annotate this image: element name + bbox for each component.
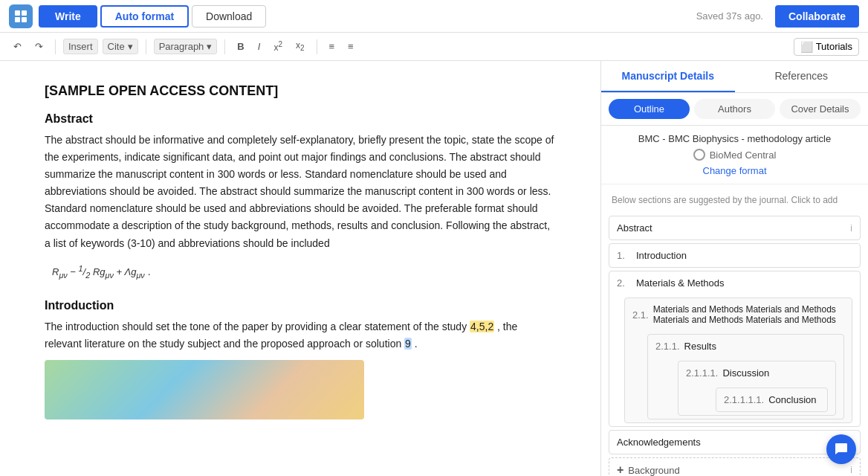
cite-chevron: ▾ bbox=[128, 41, 133, 52]
section-results[interactable]: 2.1.1. Results 2.1.1.1. Discussion bbox=[647, 334, 844, 419]
formula-period: . bbox=[148, 266, 151, 277]
collaborate-button[interactable]: Collaborate bbox=[775, 5, 859, 28]
section-materials-sub-header: 2.1. Materials and Methods Materials and… bbox=[625, 298, 852, 331]
chat-bubble-button[interactable] bbox=[826, 434, 856, 464]
biomed-logo: BioMed Central bbox=[612, 149, 858, 161]
svg-rect-2 bbox=[15, 17, 20, 22]
subtab-authors[interactable]: Authors bbox=[694, 99, 775, 119]
write-autoformat-buttons: Write Auto format Download bbox=[39, 5, 266, 28]
intro-text: The introduction should set the tone of … bbox=[45, 318, 556, 353]
saved-status: Saved 37s ago. bbox=[696, 10, 763, 22]
paragraph-button[interactable]: Paragraph ▾ bbox=[154, 39, 218, 54]
separator-4 bbox=[317, 39, 317, 54]
main-layout: [SAMPLE OPEN ACCESS CONTENT] Abstract Th… bbox=[0, 61, 868, 476]
tutorials-button[interactable]: ⬜ Tutorials bbox=[794, 38, 859, 56]
panel-tabs: Manuscript Details References bbox=[601, 61, 868, 93]
tutorials-label: Tutorials bbox=[816, 41, 852, 52]
italic-button[interactable]: I bbox=[253, 39, 265, 54]
undo-button[interactable]: ↶ bbox=[9, 39, 26, 54]
biomed-central-label: BioMed Central bbox=[710, 149, 777, 161]
conclusion-label: Conclusion bbox=[768, 394, 820, 405]
section-acknowledgements-header: Acknowledgements i bbox=[609, 431, 860, 454]
intro-text-before: The introduction should set the tone of … bbox=[45, 321, 467, 332]
conclusion-number: 2.1.1.1.1. bbox=[724, 394, 764, 405]
results-label: Results bbox=[684, 341, 836, 352]
section-conclusion[interactable]: 2.1.1.1.1. Conclusion bbox=[716, 387, 828, 412]
section-acknowledgements[interactable]: Acknowledgements i bbox=[609, 430, 861, 454]
results-number: 2.1.1. bbox=[655, 341, 680, 352]
tutorials-icon: ⬜ bbox=[800, 41, 813, 53]
intro-text-end: . bbox=[415, 338, 418, 350]
content-image bbox=[45, 360, 364, 419]
materials-sub-number: 2.1. bbox=[632, 309, 649, 321]
nav-right: Saved 37s ago. Collaborate bbox=[696, 5, 859, 28]
formula-container: Rμν − 1/2 Rgμν + Λgμν . bbox=[45, 258, 556, 286]
cite-button[interactable]: Cite ▾ bbox=[103, 39, 138, 54]
insert-label: Insert bbox=[68, 41, 93, 52]
sub-tabs: Outline Authors Cover Details bbox=[601, 93, 868, 126]
tab-references[interactable]: References bbox=[735, 61, 869, 92]
section-discussion[interactable]: 2.1.1.1. Discussion 2.1.1.1.1. Conclusio… bbox=[678, 361, 836, 416]
redo-button[interactable]: ↷ bbox=[30, 39, 48, 54]
background-label: Background bbox=[628, 465, 679, 476]
bold-button[interactable]: B bbox=[233, 39, 248, 54]
section-abstract[interactable]: Abstract i bbox=[609, 216, 861, 240]
outline-container: Below sections are suggested by the jour… bbox=[601, 184, 868, 476]
separator-1 bbox=[55, 39, 56, 54]
autoformat-button[interactable]: Auto format bbox=[100, 5, 189, 28]
section-conclusion-header: 2.1.1.1.1. Conclusion bbox=[716, 388, 827, 411]
write-button[interactable]: Write bbox=[39, 5, 97, 28]
discussion-number: 2.1.1.1. bbox=[686, 367, 718, 379]
tab-manuscript-details[interactable]: Manuscript Details bbox=[601, 61, 735, 92]
add-background[interactable]: + Background i bbox=[609, 457, 861, 476]
doc-title: [SAMPLE OPEN ACCESS CONTENT] bbox=[45, 83, 556, 99]
section-abstract-header: Abstract i bbox=[609, 216, 860, 239]
materials-number: 2. bbox=[617, 277, 632, 289]
insert-button[interactable]: Insert bbox=[63, 39, 98, 54]
section-results-header: 2.1.1. Results bbox=[648, 335, 843, 358]
paragraph-label: Paragraph bbox=[159, 41, 204, 52]
toolbar-right: ⬜ Tutorials bbox=[794, 38, 859, 56]
section-introduction-header: 1. Introduction bbox=[609, 244, 860, 267]
subscript-button[interactable]: x2 bbox=[291, 38, 309, 54]
intro-citation-1: 4,5,2 bbox=[470, 321, 494, 332]
list-button[interactable]: ≡ bbox=[343, 39, 358, 54]
nav-left: Write Auto format Download bbox=[9, 4, 266, 28]
cite-label: Cite bbox=[108, 41, 125, 52]
editor-toolbar: ↶ ↷ Insert Cite ▾ Paragraph ▾ B I x2 x2 … bbox=[0, 33, 868, 61]
section-introduction[interactable]: 1. Introduction bbox=[609, 243, 861, 268]
section-materials-header: 2. Materials & Methods bbox=[609, 271, 860, 295]
biomed-circle-icon bbox=[693, 149, 705, 161]
align-button[interactable]: ≡ bbox=[325, 39, 340, 54]
top-navbar: Write Auto format Download Saved 37s ago… bbox=[0, 0, 868, 33]
abstract-text: The abstract should be informative and c… bbox=[45, 132, 556, 252]
intro-citation-2: 9 bbox=[404, 338, 412, 350]
section-materials-sub[interactable]: 2.1. Materials and Methods Materials and… bbox=[624, 298, 852, 423]
separator-2 bbox=[146, 39, 146, 54]
superscript-button[interactable]: x2 bbox=[269, 38, 287, 55]
subtab-outline[interactable]: Outline bbox=[609, 99, 690, 119]
materials-sub-label: Materials and Methods Materials and Meth… bbox=[653, 304, 844, 325]
intro-number: 1. bbox=[617, 250, 632, 261]
paragraph-chevron: ▾ bbox=[207, 41, 212, 52]
app-logo[interactable] bbox=[9, 4, 33, 28]
formula: Rμν − 1/2 Rgμν + Λgμν bbox=[52, 264, 145, 280]
right-panel: Manuscript Details References Outline Au… bbox=[600, 61, 868, 476]
subtab-cover-details[interactable]: Cover Details bbox=[780, 99, 861, 119]
abstract-label: Abstract bbox=[617, 222, 850, 234]
journal-name: BMC - BMC Biophysics - methodology artic… bbox=[612, 133, 858, 144]
download-button[interactable]: Download bbox=[192, 5, 266, 28]
outline-hint: Below sections are suggested by the jour… bbox=[601, 190, 868, 213]
abstract-info-icon[interactable]: i bbox=[850, 223, 852, 234]
add-icon-background: + bbox=[617, 463, 624, 476]
background-info-icon[interactable]: i bbox=[850, 465, 852, 475]
journal-info: BMC - BMC Biophysics - methodology artic… bbox=[601, 126, 868, 184]
discussion-label: Discussion bbox=[722, 367, 828, 379]
abstract-heading: Abstract bbox=[45, 112, 556, 126]
section-materials[interactable]: 2. Materials & Methods 2.1. Materials an… bbox=[609, 271, 861, 427]
svg-rect-0 bbox=[15, 10, 20, 16]
svg-rect-1 bbox=[22, 10, 27, 16]
editor-area[interactable]: [SAMPLE OPEN ACCESS CONTENT] Abstract Th… bbox=[0, 61, 600, 476]
intro-label: Introduction bbox=[636, 250, 852, 261]
change-format-link[interactable]: Change format bbox=[612, 165, 858, 176]
